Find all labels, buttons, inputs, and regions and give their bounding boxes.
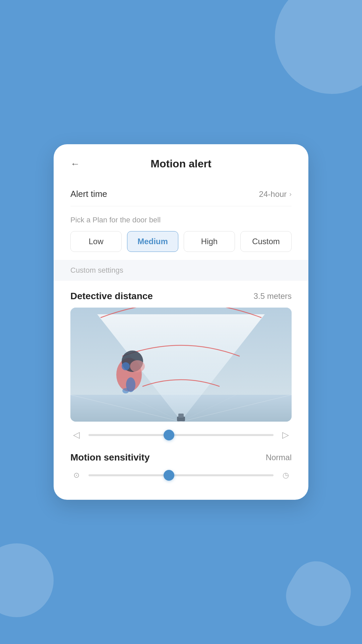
plan-description: Pick a Plan for the door bell <box>70 216 292 224</box>
clock-high-icon: ◷ <box>280 471 292 480</box>
distance-slider-row: ◁ ▷ <box>70 430 292 440</box>
sensitivity-slider-row: ⊙ ◷ <box>70 471 292 480</box>
alert-time-label: Alert time <box>70 189 107 199</box>
volume-high-icon: ▷ <box>280 430 292 440</box>
detective-distance-title: Detective distance <box>70 291 153 302</box>
sensitivity-slider[interactable] <box>88 474 274 476</box>
svg-rect-8 <box>178 414 184 418</box>
alert-time-row[interactable]: Alert time 24-hour › <box>70 182 292 206</box>
alert-time-value: 24-hour › <box>259 190 292 199</box>
plan-btn-medium[interactable]: Medium <box>127 231 178 252</box>
back-button[interactable]: ← <box>70 159 80 169</box>
bg-decoration-3 <box>277 552 360 635</box>
plan-btn-low[interactable]: Low <box>70 231 122 252</box>
radar-visualization <box>70 308 292 422</box>
detective-distance-header: Detective distance 3.5 meters <box>70 291 292 302</box>
custom-settings-label: Custom settings <box>70 266 123 274</box>
plan-buttons: Low Medium High Custom <box>70 231 292 252</box>
chevron-icon: › <box>289 190 292 198</box>
back-icon: ← <box>70 159 80 169</box>
svg-point-12 <box>130 360 145 372</box>
radar-svg <box>70 308 292 422</box>
main-card: ← Motion alert Alert time 24-hour › Pick… <box>54 144 308 500</box>
plan-btn-high[interactable]: High <box>184 231 235 252</box>
svg-point-11 <box>122 362 130 370</box>
motion-sensitivity-section: Motion sensitivity Normal ⊙ ◷ <box>70 452 292 483</box>
page-title: Motion alert <box>150 158 211 170</box>
bg-decoration-1 <box>275 0 362 94</box>
detective-distance-section: Detective distance 3.5 meters <box>70 291 292 440</box>
clock-low-icon: ⊙ <box>70 471 82 480</box>
motion-sensitivity-title: Motion sensitivity <box>70 452 149 463</box>
motion-sensitivity-header: Motion sensitivity Normal <box>70 452 292 463</box>
plan-btn-custom[interactable]: Custom <box>240 231 292 252</box>
svg-point-14 <box>122 388 129 393</box>
motion-sensitivity-value: Normal <box>266 453 292 462</box>
volume-low-icon: ◁ <box>70 430 82 440</box>
plan-section: Pick a Plan for the door bell Low Medium… <box>70 216 292 252</box>
page-header: ← Motion alert <box>70 158 292 170</box>
detective-distance-value: 3.5 meters <box>254 291 292 301</box>
custom-settings-bar: Custom settings <box>54 260 308 281</box>
bg-decoration-2 <box>0 543 54 617</box>
distance-slider[interactable] <box>88 434 274 436</box>
